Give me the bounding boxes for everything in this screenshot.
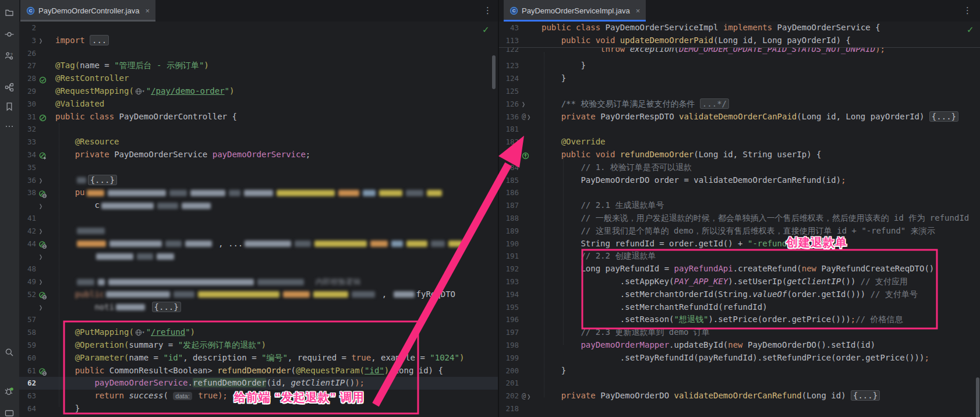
code-line-3: 3❯import ... [19,34,498,47]
code-line-125: 125 [499,85,980,98]
fold-arrow-icon[interactable]: ❯ [527,113,530,121]
line-number: 30 [19,98,36,111]
debug-icon[interactable] [2,384,16,398]
scrollbar-thumb[interactable] [976,377,979,417]
terminal-icon[interactable] [2,408,16,417]
line-number: 31 [19,111,36,123]
line-number: 183 [499,149,519,161]
redacted-code [77,228,105,234]
run-gutter-icon[interactable] [39,113,47,121]
redacted-code [77,241,106,247]
code-line-38: 38pu [19,186,498,199]
folded-code-region[interactable]: ...*/ [700,98,729,109]
folded-code-region[interactable]: ... [90,35,109,45]
close-icon[interactable]: × [145,6,150,15]
fold-arrow-icon[interactable]: ❯ [39,227,43,235]
line-number: 194 [499,288,519,301]
redacted-code [169,190,187,196]
code-line-183: 183public void refundDemoOrder(Long id, … [499,149,980,161]
code-line-34: 34private PayDemoOrderService payDemoOrd… [19,149,498,161]
code-editor-left[interactable]: 23❯import ...2627@Tag(name = "管理后台 - 示例订… [19,22,498,417]
api-gutter-icon[interactable] [39,240,47,248]
line-number: 186 [499,186,519,199]
structure-icon[interactable] [2,80,16,94]
editor-pane-right: C PayDemoOrderServiceImpl.java × ⋮ 43pub… [499,0,980,417]
fold-arrow-icon[interactable]: ❯ [39,278,43,285]
line-number: 26 [19,47,36,60]
code-line-42: 42❯ [19,225,498,238]
search-icon[interactable] [2,345,16,359]
fold-arrow-icon[interactable]: ❯ [39,176,43,184]
line-number: 58 [19,326,36,339]
line-number: 199 [499,352,519,365]
folded-code-region[interactable]: {...} [929,111,958,122]
code-line-59: 59@Operation(summary = "发起示例订单的退款") [19,339,498,352]
line-number: 27 [19,59,36,72]
code-line-191: 191// 2.2 创建退款单 [499,250,980,263]
inspection-ok-icon[interactable]: ✓ [967,24,974,35]
code-line-192: 192Long payRefundId = payRefundApi.creat… [499,263,980,275]
fold-arrow-icon[interactable]: ❯ [522,100,525,108]
redacted-code [283,291,310,298]
line-number: 61 [19,365,36,377]
pull-requests-icon[interactable]: ? [2,49,16,63]
code-editor-right[interactable]: 43public class PayDemoOrderServiceImpl i… [499,22,980,417]
code-line-33: 33@Resource [19,136,498,149]
scrollbar-thumb[interactable] [492,55,496,89]
tab-label: PayDemoOrderController.java [38,6,139,15]
redacted-code [295,241,311,247]
line-number: 136 [499,111,519,123]
line-number: 188 [499,212,519,225]
bookmarks-icon[interactable] [2,100,16,114]
redacted-code [313,291,348,298]
http-method-globe-icon[interactable]: ▾ [135,326,145,339]
line-number: 124 [499,72,519,85]
code-line-30: 30@Validated [19,98,498,111]
fold-arrow-icon[interactable]: ❯ [39,253,43,260]
folded-code-region[interactable]: {...} [88,175,117,185]
impl-gutter-icon[interactable] [39,151,47,158]
ovr-gutter-icon[interactable] [522,151,529,158]
http-method-globe-icon[interactable]: ▾ [135,85,145,98]
fold-arrow-icon[interactable]: ❯ [39,202,43,209]
line-number: 2 [19,22,36,34]
api-gutter-icon[interactable] [39,367,47,374]
redacted-code [244,190,273,196]
project-folder-icon[interactable] [2,5,16,19]
tab-paydemoorderserviceimpl[interactable]: C PayDemoOrderServiceImpl.java × [504,0,646,22]
fold-arrow-icon[interactable]: ❯ [527,392,530,400]
more-icon[interactable] [2,119,16,133]
code-line-35: 35 [19,161,498,174]
code-line-184: 184// 1. 校验订单是否可以退款 [499,161,980,174]
code-line-186: 186 [499,186,980,199]
redacted-code [229,190,240,196]
tab-paydemoordercontroller[interactable]: C PayDemoOrderController.java × [20,0,155,22]
code-line-195: 195.setMerchantRefundId(refundId) [499,301,980,314]
more-options-icon[interactable]: ⋮ [483,5,492,16]
line-number: 193 [499,275,519,288]
commit-icon[interactable] [2,27,16,41]
check-gutter-icon[interactable] [39,75,47,83]
code-line-63: 63return success( data: true); [19,390,498,402]
api-gutter-icon[interactable] [39,291,47,298]
fold-arrow-icon[interactable]: ❯ [39,303,43,311]
code-line-62: 62payDemoOrderService.refundDemoOrder(id… [19,377,498,390]
more-options-icon[interactable]: ⋮ [963,5,972,16]
line-number: 28 [19,72,36,85]
redacted-code [190,190,225,196]
line-number: 64 [19,402,36,415]
line-number: 202 [499,390,519,402]
line-number: 122 [499,47,519,56]
code-line-28: 28@RestController [19,72,498,85]
redacted-code [137,253,153,260]
folded-code-region[interactable]: {...} [851,390,880,401]
indent-guide [59,123,59,407]
inspection-ok-icon[interactable]: ✓ [482,24,490,35]
fold-arrow-icon[interactable]: ❯ [39,37,43,44]
close-icon[interactable]: × [636,6,641,15]
code-line-185: 185PayDemoOrderDO order = validateDemoOr… [499,174,980,187]
folded-code-region[interactable]: {...} [152,302,181,312]
api-gutter-icon[interactable] [39,189,47,197]
svg-text:C: C [29,8,33,13]
redacted-code [370,241,388,247]
